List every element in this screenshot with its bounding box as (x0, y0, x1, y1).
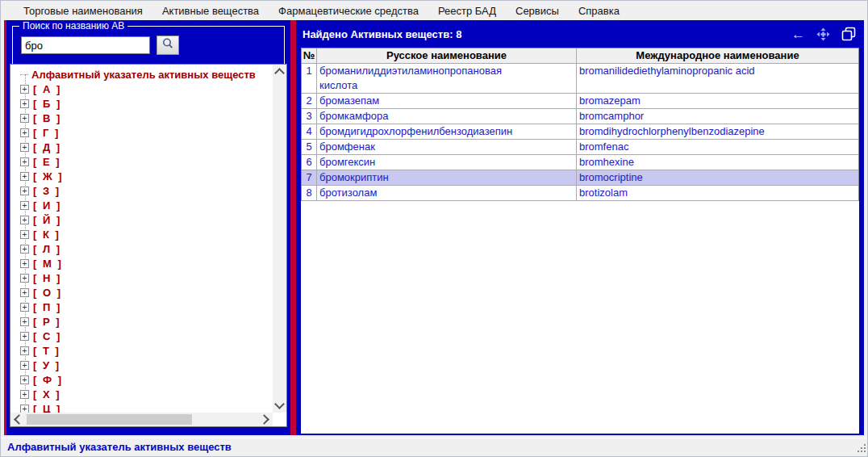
tree-expand-icon[interactable]: + (20, 143, 29, 152)
tree-letter-label[interactable]: [ В ] (33, 112, 61, 124)
tree-expand-icon[interactable]: + (20, 172, 29, 181)
menu-item[interactable]: Фармацевтические средства (269, 2, 428, 20)
row-number-cell[interactable]: 6 (302, 155, 317, 170)
tree-letter-item[interactable]: + [ О ] (10, 285, 273, 300)
international-name-cell[interactable]: bromcamphor (577, 109, 858, 124)
menu-item[interactable]: Реестр БАД (428, 2, 506, 20)
international-name-cell[interactable]: bromazepam (577, 94, 858, 109)
tree-letter-label[interactable]: [ Н ] (33, 272, 61, 284)
column-header-number[interactable]: № (302, 48, 317, 64)
tree-letter-label[interactable]: [ Й ] (33, 214, 61, 226)
international-name-cell[interactable]: bromanilidediethylaminopropanic acid (577, 64, 858, 94)
tree-letter-label[interactable]: [ М ] (33, 258, 63, 270)
tree-letter-label[interactable]: [ И ] (33, 199, 61, 212)
tree-expand-icon[interactable]: + (20, 375, 29, 384)
tree-expand-icon[interactable]: + (20, 332, 29, 341)
tree-letter-item[interactable]: + [ Т ] (10, 343, 273, 358)
tree-horizontal-scrollbar[interactable] (10, 413, 273, 426)
tree-letter-label[interactable]: [ О ] (33, 287, 62, 299)
menu-item[interactable]: Торговые наименования (14, 2, 152, 20)
tree-letter-item[interactable]: + [ Ц ] (10, 401, 273, 413)
tree-letter-item[interactable]: + [ Г ] (10, 125, 273, 140)
tree-expand-icon[interactable]: + (20, 128, 29, 137)
search-button[interactable] (156, 36, 179, 55)
russian-name-cell[interactable]: броманилиддиэтиламинопропановая кислота (317, 64, 577, 94)
tree-letter-label[interactable]: [ Ж ] (33, 170, 64, 182)
tree-letter-label[interactable]: [ Т ] (33, 345, 61, 357)
russian-name-cell[interactable]: бромгексин (317, 155, 577, 170)
tree-expand-icon[interactable]: + (20, 230, 29, 239)
table-row[interactable]: 3 бромкамфора bromcamphor (302, 109, 858, 124)
tree-letter-label[interactable]: [ Х ] (33, 388, 61, 400)
tree-letter-item[interactable]: + [ Л ] (10, 241, 273, 256)
tree-expand-icon[interactable]: + (20, 390, 29, 399)
russian-name-cell[interactable]: бромфенак (317, 140, 577, 155)
tree-letter-item[interactable]: + [ И ] (10, 198, 273, 212)
table-row[interactable]: 1 броманилиддиэтиламинопропановая кислот… (302, 64, 858, 94)
russian-name-cell[interactable]: бромдигидрохлорфенилбензодиазепин (317, 124, 577, 140)
tree-expand-icon[interactable]: + (20, 114, 29, 123)
tree-expand-icon[interactable]: + (20, 361, 29, 370)
tree-letter-label[interactable]: [ Р ] (33, 316, 61, 328)
row-number-cell[interactable]: 5 (302, 140, 317, 155)
row-number-cell[interactable]: 4 (302, 124, 317, 140)
tree-root-item[interactable]: Алфавитный указатель активных веществ (10, 67, 273, 82)
windows-overlap-icon[interactable] (841, 27, 856, 41)
tree-letter-label[interactable]: [ У ] (33, 359, 61, 371)
menu-item[interactable]: Справка (569, 2, 629, 20)
tree-expand-icon[interactable]: + (20, 99, 29, 108)
tree-root-label[interactable]: Алфавитный указатель активных веществ (31, 69, 256, 81)
tree-letter-item[interactable]: + [ А ] (10, 82, 273, 96)
russian-name-cell[interactable]: бромкамфора (317, 109, 577, 124)
tree-expand-icon[interactable]: + (20, 317, 29, 326)
tree-letter-item[interactable]: + [ Е ] (10, 154, 273, 169)
tree-expand-icon[interactable]: + (20, 245, 29, 254)
tree-expand-icon[interactable]: + (20, 85, 29, 94)
tree-letter-label[interactable]: [ С ] (33, 330, 61, 342)
tree-expand-icon[interactable]: + (20, 216, 29, 224)
table-row[interactable]: 7 бромокриптин bromocriptine (302, 170, 858, 186)
tree-expand-icon[interactable]: + (20, 187, 29, 195)
tree-letter-item[interactable]: + [ Д ] (10, 140, 273, 154)
tree-letter-item[interactable]: + [ Н ] (10, 270, 273, 285)
tree-letter-label[interactable]: [ Б ] (33, 98, 61, 110)
tree-letter-item[interactable]: + [ М ] (10, 256, 273, 270)
tree-expand-icon[interactable]: + (20, 303, 29, 312)
tree-letter-item[interactable]: + [ Ф ] (10, 372, 273, 387)
row-number-cell[interactable]: 1 (302, 64, 317, 94)
column-header-international-name[interactable]: Международное наименование (577, 48, 858, 64)
search-input[interactable] (21, 36, 150, 54)
international-name-cell[interactable]: bromocriptine (577, 170, 858, 186)
move-icon[interactable] (816, 27, 830, 41)
menu-item[interactable]: Активные вещества (152, 2, 269, 20)
tree-vertical-scrollbar[interactable] (273, 65, 286, 413)
tree-letter-item[interactable]: + [ Й ] (10, 212, 273, 227)
table-row[interactable]: 5 бромфенак bromfenac (302, 140, 858, 155)
row-number-cell[interactable]: 7 (302, 170, 317, 186)
tree-letter-item[interactable]: + [ З ] (10, 183, 273, 198)
tree-expand-icon[interactable]: + (20, 274, 29, 283)
menu-item[interactable]: Сервисы (506, 2, 569, 20)
russian-name-cell[interactable]: бромазепам (317, 94, 577, 109)
panel-splitter[interactable] (290, 20, 296, 435)
row-number-cell[interactable]: 3 (302, 109, 317, 124)
international-name-cell[interactable]: bromhexine (577, 155, 858, 170)
tree-letter-item[interactable]: + [ В ] (10, 111, 273, 125)
tree-letter-item[interactable]: + [ Ж ] (10, 169, 273, 183)
tree-letter-label[interactable]: [ Г ] (33, 127, 60, 139)
tree-expand-icon[interactable]: + (20, 288, 29, 297)
russian-name-cell[interactable]: бромокриптин (317, 170, 577, 186)
international-name-cell[interactable]: bromdihydrochlorphenylbenzodiazepine (577, 124, 858, 140)
tree-letter-item[interactable]: + [ Х ] (10, 387, 273, 401)
tree-expand-icon[interactable]: + (20, 201, 29, 210)
tree-letter-item[interactable]: + [ П ] (10, 300, 273, 314)
arrow-left-icon[interactable]: ← (791, 27, 805, 41)
table-row[interactable]: 4 бромдигидрохлорфенилбензодиазепин brom… (302, 124, 858, 140)
international-name-cell[interactable]: bromfenac (577, 140, 858, 155)
russian-name-cell[interactable]: бротизолам (317, 186, 577, 201)
tree-letter-label[interactable]: [ Е ] (33, 156, 61, 168)
tree-letter-label[interactable]: [ А ] (33, 83, 61, 95)
tree-expand-icon[interactable]: + (20, 259, 29, 268)
tree-letter-label[interactable]: [ З ] (33, 185, 61, 197)
tree-expand-icon[interactable]: + (20, 157, 29, 166)
